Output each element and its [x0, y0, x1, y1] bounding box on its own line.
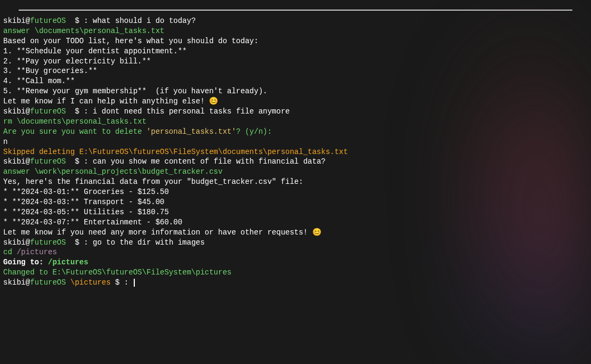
prompt-sep: $ : [66, 17, 93, 25]
host-label: futureOS [30, 17, 66, 25]
prompt-sep: $ : [66, 107, 93, 116]
prompt-line: skibi@futureOS $ : can you show me conte… [3, 157, 588, 167]
output-line: Let me know if you need any more informa… [3, 228, 588, 238]
host-label: futureOS [30, 238, 66, 247]
output-line: Yes, here's the financial data from your… [3, 177, 588, 187]
prompt-line: skibi@futureOS $ : go to the dir with im… [3, 238, 588, 248]
output-line: 4. **Call mom.** [3, 76, 588, 86]
output-line: 2. **Pay your electricity bill.** [3, 56, 588, 67]
output-line: * **2024-03-07:** Entertainment - $60.00 [3, 217, 588, 228]
output-line: * **2024-03-03:** Transport - $45.00 [3, 197, 588, 207]
active-prompt-line[interactable]: skibi@futureOS \pictures $ : [3, 278, 588, 288]
prompt-line: skibi@futureOS $ : what should i do toda… [3, 16, 588, 26]
prompt-sep: $ : [66, 157, 93, 166]
output-line: 5. **Renew your gym membership** (if you… [3, 86, 588, 96]
output-line: Based on your TODO list, here's what you… [3, 36, 588, 46]
confirm-prompt: Are you sure you want to delete 'persona… [3, 127, 588, 137]
ai-command: cd /pictures [3, 247, 588, 257]
prompt-line: skibi@futureOS $ : i dont need this pers… [3, 107, 588, 117]
output-line: 1. **Schedule your dentist appointment.*… [3, 46, 588, 56]
user-input-n: n [3, 137, 588, 147]
command-text: i dont need this personal tasks file any… [93, 107, 290, 116]
command-text: can you show me content of file with fin… [93, 157, 326, 166]
user-label: skibi@ [3, 238, 30, 247]
output-line: Let me know if I can help with anything … [3, 96, 588, 107]
ai-command: answer \documents\personal_tasks.txt [3, 26, 588, 36]
user-label: skibi@ [3, 107, 30, 116]
output-line: 3. **Buy groceries.** [3, 66, 588, 76]
host-label: futureOS [30, 278, 66, 287]
user-label: skibi@ [3, 17, 30, 25]
host-label: futureOS [30, 107, 66, 116]
terminal-output[interactable]: skibi@futureOS $ : what should i do toda… [0, 11, 591, 291]
user-label: skibi@ [3, 157, 30, 166]
cursor [134, 279, 135, 287]
going-to-line: Going to: /pictures [3, 257, 588, 268]
path-label: \pictures [66, 278, 111, 287]
skipped-message: Skipped deleting E:\FutureOS\futureOS\Fi… [3, 147, 588, 157]
output-line: * **2024-03-05:** Utilities - $180.75 [3, 207, 588, 217]
prompt-sep: $ : [66, 238, 93, 247]
command-text: go to the dir with images [93, 238, 205, 247]
prompt-sep: $ : [111, 278, 133, 287]
user-label: skibi@ [3, 278, 30, 287]
command-text: what should i do today? [93, 17, 196, 25]
ai-command: answer \work\personal_projects\budget_tr… [3, 167, 588, 177]
changed-dir-line: Changed to E:\FutureOS\futureOS\FileSyst… [3, 268, 588, 278]
ai-command: rm \documents\personal_tasks.txt [3, 117, 588, 127]
host-label: futureOS [30, 157, 66, 166]
output-line: * **2024-03-01:** Groceries - $125.50 [3, 187, 588, 197]
